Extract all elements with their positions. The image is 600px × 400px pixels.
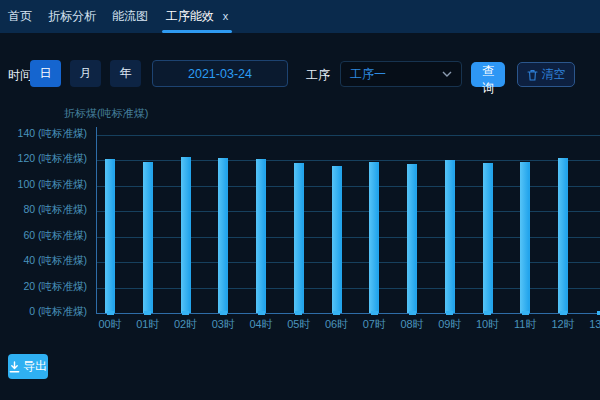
trash-icon (527, 69, 538, 81)
x-tick-mark (446, 311, 453, 315)
y-tick-label: 100 (吨标准煤) (18, 178, 87, 192)
tab-home[interactable]: 首页 (8, 0, 32, 33)
bar-12时 (558, 158, 568, 313)
y-axis-labels: 0 (吨标准煤)20 (吨标准煤)40 (吨标准煤)60 (吨标准煤)80 (吨… (0, 135, 90, 313)
x-tick-mark (333, 311, 340, 315)
x-tick-mark (107, 311, 114, 315)
x-tick-mark (409, 311, 416, 315)
x-tick-mark (522, 311, 529, 315)
date-input[interactable] (152, 60, 288, 87)
bar-03时 (218, 158, 228, 313)
x-tick-mark (182, 311, 189, 315)
clear-button[interactable]: 清空 (517, 62, 575, 87)
y-tick-label: 140 (吨标准煤) (18, 127, 87, 141)
x-tick-mark (258, 311, 265, 315)
x-tick-mark (144, 311, 151, 315)
x-tick-mark (220, 311, 227, 315)
x-tick-label: 13时 (579, 317, 600, 332)
chevron-down-icon (442, 71, 452, 77)
gridline (97, 135, 600, 136)
bar-05时 (294, 163, 304, 313)
period-month-button[interactable]: 月 (70, 60, 101, 87)
process-filter-label: 工序 (306, 67, 330, 84)
y-tick-label: 20 (吨标准煤) (23, 280, 87, 294)
x-tick-mark (371, 311, 378, 315)
x-tick-mark (484, 311, 491, 315)
y-axis-line (96, 127, 97, 135)
clear-button-label: 清空 (542, 66, 566, 83)
y-tick-label: 40 (吨标准煤) (23, 254, 87, 268)
y-tick-label: 120 (吨标准煤) (18, 152, 87, 166)
tab-process-efficiency[interactable]: 工序能效x (162, 0, 232, 33)
bar-11时 (520, 162, 530, 313)
tab-label: 工序能效 (166, 9, 214, 23)
x-tick-mark (295, 311, 302, 315)
bar-08时 (407, 164, 417, 313)
close-tab-icon[interactable]: x (223, 10, 229, 22)
period-year-button[interactable]: 年 (110, 60, 141, 87)
y-tick-label: 0 (吨标准煤) (29, 305, 87, 319)
y-tick-label: 80 (吨标准煤) (23, 203, 87, 217)
tab-zhebiao-analysis[interactable]: 折标分析 (48, 0, 96, 33)
export-button[interactable]: 导出 (8, 354, 48, 379)
bar-01时 (143, 162, 153, 313)
filter-bar: 时间 日 月 年 工序 工序一 查询 清空 (0, 58, 600, 90)
query-button[interactable]: 查询 (471, 62, 505, 87)
bar-09时 (445, 160, 455, 313)
bar-07时 (369, 162, 379, 313)
x-tick-mark (560, 311, 567, 315)
active-tab-underline (162, 30, 232, 33)
export-button-label: 导出 (23, 358, 47, 375)
y-tick-label: 60 (吨标准煤) (23, 229, 87, 243)
tab-energy-flow[interactable]: 能流图 (112, 0, 148, 33)
bar-10时 (483, 163, 493, 313)
process-select[interactable]: 工序一 (340, 61, 462, 87)
plot-area: 00时01时02时03时04时05时06时07时08时09时10时11时12时1… (96, 135, 600, 314)
bar-00时 (105, 159, 115, 313)
process-select-value: 工序一 (350, 66, 386, 83)
download-icon (9, 361, 20, 373)
bar-06时 (332, 166, 342, 313)
time-filter-label: 时间 (8, 67, 32, 84)
period-day-button[interactable]: 日 (30, 60, 61, 87)
tab-bar: 首页 折标分析 能流图 工序能效x (0, 0, 600, 33)
bar-04时 (256, 159, 266, 313)
bar-02时 (181, 157, 191, 313)
y-axis-title: 折标煤(吨标准煤) (64, 106, 148, 121)
